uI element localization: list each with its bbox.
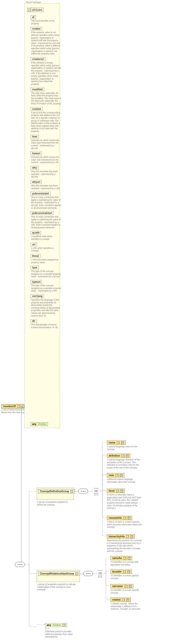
plus-icon[interactable]: + (126, 455, 129, 457)
attribute-howuri[interactable]: howuri (31, 152, 42, 155)
any-label: any (47, 624, 51, 626)
attribute-uri[interactable]: uri (31, 243, 37, 246)
attribute-creator[interactable]: creator (31, 27, 42, 31)
any-other-attr[interactable]: any ##other (31, 422, 48, 426)
element-label: related (112, 598, 121, 601)
plus-icon[interactable]: + (129, 585, 132, 588)
element-label: note (109, 474, 114, 477)
element-name[interactable]: name+ (107, 441, 126, 445)
attribute-desc: If the property value is not defined, sp… (31, 31, 61, 55)
attribute-pubconstrainturi[interactable]: pubconstrainturi (31, 211, 53, 215)
root-label: memberOf (3, 405, 16, 408)
plus-icon[interactable]: + (120, 474, 123, 477)
attribute-desc: Specifies the language of this property … (31, 299, 61, 317)
element-desc: A related concept, where the relationshi… (110, 602, 146, 610)
definition-group-desc: A group of properties required to define… (37, 501, 72, 506)
element-related[interactable]: related+ (110, 598, 131, 602)
element-facet[interactable]: facet+ (107, 489, 125, 493)
bar-icon (122, 599, 125, 601)
bar-icon (123, 570, 126, 573)
attribute-id[interactable]: id (31, 15, 36, 19)
element-label: sameAs (112, 557, 122, 559)
element-label: name (109, 441, 115, 444)
plus-icon[interactable]: + (131, 535, 133, 538)
attribute-desc: The local identifier of the property. (31, 20, 61, 25)
attribute-desc: The date (and, optionally, the time) whe… (31, 92, 61, 105)
plus-icon[interactable]: + (128, 517, 130, 519)
attribute-modified[interactable]: modified (31, 88, 44, 91)
element-label: narrower (112, 585, 123, 588)
element-label: hierarchyInfo (109, 535, 125, 538)
attributes-header[interactable]: − attributes (27, 8, 43, 12)
element-remoteInfo[interactable]: remoteInfo+ (107, 516, 132, 520)
attribute-typeuri[interactable]: typeuri (31, 280, 42, 284)
attribute-how[interactable]: how (31, 135, 39, 138)
bar-icon (116, 490, 119, 492)
attribute-why[interactable]: why (31, 166, 38, 170)
element-narrower[interactable]: narrower+ (110, 584, 133, 588)
element-label: remoteInfo (109, 517, 122, 519)
plus-icon[interactable]: + (121, 490, 123, 492)
element-note[interactable]: note+ (107, 473, 124, 477)
minus-icon[interactable]: − (71, 490, 73, 493)
bar-icon (122, 455, 125, 457)
occurrence: 0..∞ (45, 627, 78, 630)
attribute-literal[interactable]: literal (31, 254, 40, 258)
attribute-creatoruri[interactable]: creatoruri (31, 57, 45, 61)
plus-icon[interactable]: + (127, 599, 129, 601)
element-hierarchyInfo[interactable]: hierarchyInfo+ (107, 534, 135, 539)
minus-icon[interactable]: − (28, 9, 31, 11)
element-sameAs[interactable]: sameAs+ (110, 556, 132, 560)
extension-any[interactable]: any ##other (45, 623, 67, 627)
attribute-desc: One or many constraints that apply to pu… (31, 216, 61, 229)
element-desc: A link to an item or a web resource whic… (107, 521, 142, 529)
plus-icon[interactable]: + (121, 442, 124, 444)
plus-icon[interactable]: + (128, 570, 130, 573)
attribute-type[interactable]: type (31, 266, 39, 269)
attribute-xml:lang[interactable]: xml:lang (31, 294, 44, 298)
attribute-whyuri[interactable]: whyuri (31, 180, 42, 184)
group-label: ConceptDefinitionGroup (40, 490, 69, 493)
attribute-desc: The type of the concept assigned as cont… (31, 270, 61, 278)
element-desc: Represents the position of a concept in … (107, 539, 142, 552)
any-namespace: ##other (38, 423, 46, 425)
occurrence: 0..∞ (96, 576, 104, 578)
attribute-desc: A qualified code which identifies a conc… (31, 235, 61, 240)
element-desc: A natural language name for the concept. (107, 445, 142, 451)
attribute-custom[interactable]: custom (31, 107, 43, 111)
plus-icon[interactable]: + (128, 557, 130, 559)
attribute-pubconstraint[interactable]: pubconstraint (31, 192, 50, 195)
sequence-node (15, 562, 25, 567)
attribute-desc: One or many constraints that apply to pu… (31, 196, 61, 209)
relationships-group[interactable]: ConceptRelationshipsGroup − (38, 571, 80, 576)
attribute-desc: Why the metadata has been included - exp… (31, 184, 61, 190)
bar-icon (126, 535, 129, 538)
bar-icon (123, 517, 126, 519)
element-desc: An identifier of a concept with equivale… (110, 561, 146, 566)
element-desc: In NAR 1.8 and later, facet is deprecate… (107, 493, 142, 510)
occurrence: 0..∞ (92, 494, 100, 496)
attribute-desc: If the attribute is empty, specifies whi… (31, 61, 61, 86)
any-label: any (32, 423, 36, 425)
bar-icon (115, 474, 119, 477)
sequence-node (83, 571, 93, 576)
element-broader[interactable]: broader+ (110, 569, 132, 574)
attribute-desc: Indicates by which means the value was e… (31, 139, 61, 150)
definition-group[interactable]: ConceptDefinitionGroup − (38, 489, 75, 493)
extension-desc: Extension point for provider-defined pro… (45, 630, 78, 638)
element-definition[interactable]: definition+ (107, 454, 130, 458)
attribute-desc: A URI which identifies a concept. (31, 247, 61, 252)
attribute-desc: The directionality of textual content (e… (31, 323, 61, 329)
type-container: Flex1PropType − attributes idThe local i… (24, 4, 60, 428)
attribute-qcode[interactable]: qcode (31, 231, 41, 235)
choice-node (92, 488, 100, 494)
attribute-desc: If set to true the corresponding propert… (31, 111, 61, 133)
definition-group-container: ConceptDefinitionGroup − (37, 488, 74, 500)
element-desc: A natural language definition of the sem… (107, 458, 142, 469)
attribute-desc: The type of the concept assigned as cont… (31, 284, 61, 292)
minus-icon[interactable]: − (76, 573, 78, 575)
relationships-group-container: ConceptRelationshipsGroup − (37, 570, 80, 582)
group-label: ConceptRelationshipsGroup (40, 572, 74, 575)
attribute-dir[interactable]: dir (31, 319, 37, 323)
element-label: broader (112, 570, 122, 573)
